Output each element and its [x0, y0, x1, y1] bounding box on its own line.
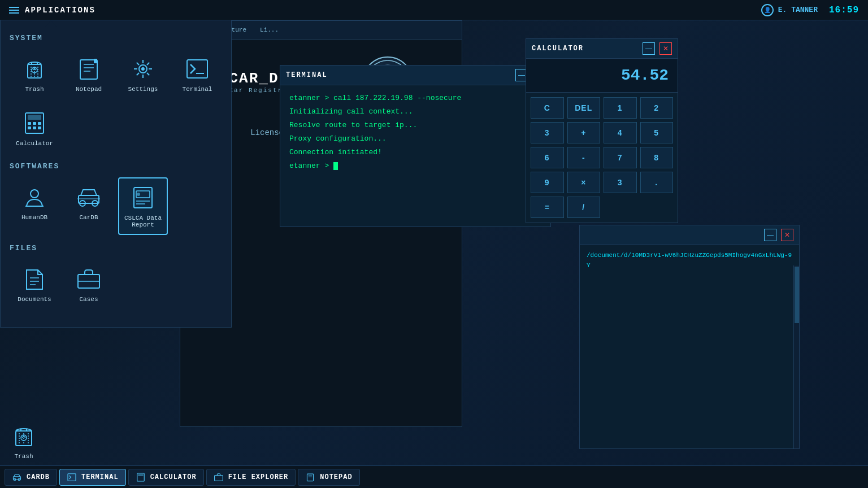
desktop: EK APPLICATIONS 👤 E. TANNER 16:59 System [0, 0, 868, 488]
terminal-line-0: etanner > call 187.222.19.98 --nosecure [289, 92, 541, 104]
topbar: APPLICATIONS 👤 E. TANNER 16:59 [0, 0, 868, 20]
calc-close[interactable]: ✕ [659, 42, 672, 55]
svg-point-11 [141, 67, 145, 71]
calculator-icon [21, 110, 48, 137]
humandb-icon [21, 184, 48, 211]
svg-rect-60 [68, 473, 76, 480]
terminal-title: TERMINAL [286, 71, 328, 79]
calc-btn-9[interactable]: 9 [531, 172, 564, 193]
menu-item-trash[interactable]: Trash [10, 49, 59, 99]
svg-line-19 [137, 73, 139, 75]
calc-btn-2[interactable]: 2 [640, 97, 674, 119]
calc-btn-plus[interactable]: + [567, 122, 601, 143]
calc-btn-3[interactable]: 3 [531, 122, 564, 143]
notepad-close[interactable]: ✕ [781, 229, 793, 241]
calc-btn-8[interactable]: 8 [640, 147, 674, 168]
system-grid: Trash Notepad [10, 49, 222, 153]
calc-btn-c[interactable]: C [531, 97, 564, 119]
files-section-title: Files [10, 244, 222, 252]
svg-rect-20 [187, 60, 207, 78]
cardb-icon [75, 184, 102, 211]
calc-controls: — ✕ [643, 42, 672, 55]
taskbar-file-icon [214, 472, 224, 482]
menu-item-settings[interactable]: Settings [118, 49, 168, 99]
trash-label: Trash [25, 86, 44, 93]
menu-item-cases[interactable]: Cases [64, 259, 114, 309]
calc-btn-6[interactable]: 6 [531, 147, 564, 168]
softwares-grid: HumanDB CarDB [10, 177, 222, 235]
taskbar-calculator-label: CALCULATOR [150, 473, 197, 481]
svg-rect-32 [79, 195, 99, 203]
menu-item-humandb[interactable]: HumanDB [10, 177, 59, 235]
calc-btn-3b[interactable]: 3 [604, 172, 637, 193]
calc-btn-equals[interactable]: = [531, 197, 564, 218]
notepad-scrollbar-thumb[interactable] [795, 267, 799, 323]
terminal-body: etanner > call 187.222.19.98 --nosecure … [280, 85, 550, 226]
desktop-trash-label: Trash [14, 453, 33, 460]
calc-btn-multiply[interactable]: × [567, 172, 601, 193]
app-menu: System Trash [0, 20, 232, 328]
calc-titlebar: CALCULATOR — ✕ [526, 39, 678, 59]
calc-btn-5[interactable]: 5 [640, 122, 674, 143]
calc-title: CALCULATOR [532, 45, 584, 53]
svg-rect-9 [94, 59, 97, 63]
taskbar-cardb[interactable]: CARDB [5, 469, 57, 486]
calc-btn-4[interactable]: 4 [604, 122, 637, 143]
terminal-icon [184, 55, 211, 82]
notepad-titlebar: — ✕ [580, 225, 799, 245]
taskbar-calculator[interactable]: CALCULATOR [128, 469, 204, 486]
taskbar-file-explorer[interactable]: FILE EXPLORER [206, 469, 296, 486]
desktop-trash-icon[interactable]: Trash [10, 422, 37, 460]
notepad-window: — ✕ /document/d/10MD3rV1-wV6hJCHzuZZGepd… [579, 225, 800, 449]
documents-label: Documents [18, 296, 51, 303]
terminal-titlebar: TERMINAL — ✕ [280, 66, 550, 85]
documents-icon [21, 265, 48, 293]
calc-minimize[interactable]: — [643, 42, 655, 55]
calc-btn-divide[interactable]: / [567, 197, 601, 218]
cardb-label: CarDB [79, 214, 98, 221]
cslca-label: CSLCA Data Report [123, 215, 163, 228]
menu-item-cardb[interactable]: CarDB [64, 177, 114, 235]
taskbar-notepad[interactable]: NOTEPAD [298, 469, 359, 486]
svg-rect-24 [28, 122, 31, 125]
cslca-icon [129, 184, 157, 211]
terminal-window: TERMINAL — ✕ etanner > call 187.222.19.9… [280, 65, 551, 227]
menu-arrow [45, 20, 57, 27]
taskbar-notepad-icon [305, 472, 315, 482]
terminal-label: Terminal [183, 86, 212, 93]
terminal-line-5: etanner > [289, 160, 541, 172]
user-info: 👤 E. TANNER [761, 4, 818, 16]
menu-toggle[interactable] [9, 7, 19, 14]
notepad-scrollbar[interactable] [793, 265, 799, 448]
calc-btn-7[interactable]: 7 [604, 147, 637, 168]
humandb-label: HumanDB [21, 214, 47, 221]
notepad-label: Notepad [76, 86, 102, 93]
svg-line-17 [147, 73, 149, 75]
settings-icon [129, 55, 157, 82]
svg-rect-57 [13, 476, 20, 479]
calc-btn-dot[interactable]: . [640, 172, 674, 193]
calc-btn-minus[interactable]: - [567, 147, 601, 168]
terminal-line-2: Resolve route to target ip... [289, 119, 541, 132]
desktop-trash-graphic [10, 422, 37, 450]
taskbar-cardb-label: CARDB [27, 473, 50, 481]
menu-item-calculator[interactable]: Calculator [10, 103, 59, 153]
taskbar-terminal-label: TERMINAL [81, 473, 119, 481]
notepad-minimize[interactable]: — [764, 229, 776, 241]
svg-rect-62 [138, 474, 143, 476]
cardb-tab-1[interactable]: Li... [257, 25, 282, 34]
notepad-controls: — ✕ [764, 229, 793, 241]
svg-rect-64 [307, 474, 314, 481]
system-section-title: System [10, 34, 222, 42]
taskbar-calculator-icon [136, 472, 146, 482]
notepad-icon [75, 55, 102, 82]
menu-item-notepad[interactable]: Notepad [64, 49, 114, 99]
trash-icon [21, 55, 48, 82]
calc-btn-1[interactable]: 1 [604, 97, 637, 119]
calc-btn-del[interactable]: DEL [567, 97, 601, 119]
menu-item-terminal[interactable]: Terminal [172, 49, 222, 99]
calc-buttons: C DEL 1 2 3 + 4 5 6 - 7 8 9 × 3 . = / [526, 93, 678, 223]
taskbar-terminal[interactable]: TERMINAL [59, 469, 126, 486]
menu-item-cslca[interactable]: CSLCA Data Report [118, 177, 168, 235]
menu-item-documents[interactable]: Documents [10, 259, 59, 309]
